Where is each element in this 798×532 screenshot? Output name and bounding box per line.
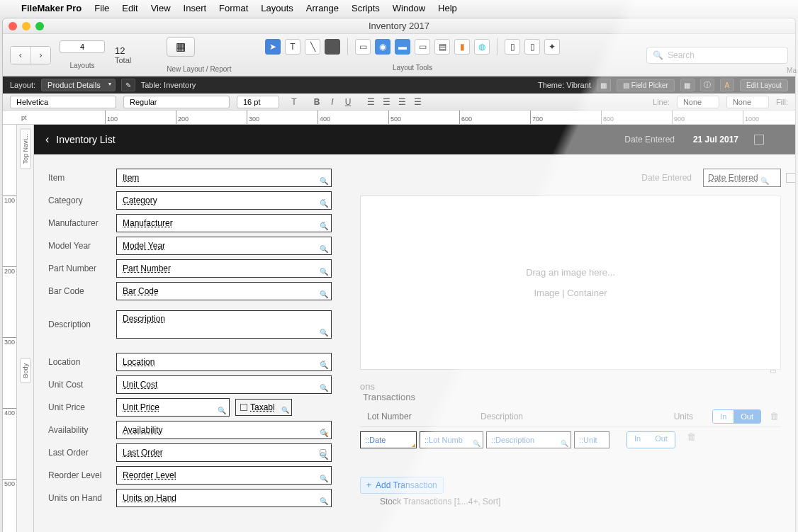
menu-insert[interactable]: Insert: [184, 3, 207, 13]
field-units-on-hand[interactable]: Units on Hand🔍: [116, 489, 332, 507]
section-tab-topnav[interactable]: Top Navi...: [20, 129, 31, 169]
weight-dropdown[interactable]: Regular: [123, 96, 230, 108]
maximize-button[interactable]: [35, 22, 44, 30]
app-name[interactable]: FileMaker Pro: [21, 3, 82, 13]
search-icon: 🔍: [218, 407, 226, 414]
menu-file[interactable]: File: [94, 3, 109, 13]
trans-unit-field[interactable]: ::Unit: [574, 431, 609, 448]
close-button[interactable]: [9, 22, 17, 30]
search-input[interactable]: 🔍 Search: [646, 47, 788, 64]
field-unit-price[interactable]: Unit Price🔍: [116, 398, 230, 417]
field-availability[interactable]: Availability🔍⌄▾: [116, 421, 332, 439]
layout-dropdown[interactable]: Product Details: [41, 79, 116, 91]
trans-desc-field[interactable]: ::Description🔍: [486, 431, 571, 448]
in-out-toggle[interactable]: In Out: [712, 409, 761, 424]
align-left-icon[interactable]: ☰: [363, 96, 378, 108]
menu-view[interactable]: View: [151, 3, 171, 13]
field-label: Availability: [48, 425, 116, 435]
field-item[interactable]: Item🔍: [116, 169, 332, 187]
row-out[interactable]: Out: [648, 432, 675, 448]
magic-tool-icon[interactable]: ✦: [544, 39, 560, 55]
section-tab-body[interactable]: Body: [20, 358, 31, 383]
portal-tool-icon[interactable]: ▤: [434, 39, 450, 55]
back-title[interactable]: Inventory List: [56, 134, 115, 145]
taxable-checkbox[interactable]: Taxabl🔍: [235, 399, 292, 416]
next-layout-button[interactable]: ›: [30, 47, 50, 64]
trans-date-field[interactable]: ::Date: [360, 431, 417, 448]
format-painter-icon[interactable]: ▯: [524, 39, 540, 55]
description-field[interactable]: Description 🔍: [116, 310, 332, 339]
ruler-tick-v: 200: [3, 266, 16, 275]
align-center-icon[interactable]: ☰: [378, 96, 394, 108]
field-category[interactable]: Category🔍⌄: [116, 191, 332, 210]
menu-edit[interactable]: Edit: [122, 3, 137, 13]
buttonbar-tool-icon[interactable]: ▬: [395, 39, 410, 55]
back-chevron-icon[interactable]: ‹: [45, 133, 49, 146]
pointer-tool-icon[interactable]: ➤: [265, 39, 281, 55]
edit-layout-button[interactable]: Edit Layout: [740, 79, 788, 91]
date-entered-field[interactable]: Date Entered 🔍: [703, 169, 781, 187]
field-bar-code[interactable]: Bar Code🔍: [116, 282, 332, 300]
new-layout-button[interactable]: ▦: [167, 37, 195, 57]
trans-lot-field[interactable]: ::Lot Numb🔍: [420, 431, 483, 448]
italic-icon[interactable]: I: [325, 96, 340, 108]
menu-format[interactable]: Format: [219, 3, 248, 13]
menu-scripts[interactable]: Scripts: [352, 3, 380, 13]
out-toggle[interactable]: Out: [734, 410, 760, 423]
aa-icon[interactable]: A: [720, 79, 734, 91]
menu-window[interactable]: Window: [393, 3, 425, 13]
row-in-out-toggle[interactable]: In Out: [626, 431, 675, 448]
resize-handle-icon[interactable]: ▭: [770, 367, 776, 375]
align-right-icon[interactable]: ☰: [394, 96, 410, 108]
chart-tool-icon[interactable]: ▮: [454, 39, 470, 55]
bold-icon[interactable]: B: [309, 96, 325, 108]
in-toggle[interactable]: In: [713, 410, 734, 423]
webviewer-tool-icon[interactable]: ◍: [474, 39, 490, 55]
calendar-icon: ▢: [319, 447, 327, 457]
layout-number[interactable]: 4: [60, 40, 105, 53]
field-model-year[interactable]: Model Year🔍: [116, 237, 332, 255]
prev-layout-button[interactable]: ‹: [11, 47, 30, 64]
image-container-field[interactable]: Drag an image here... Image | Container …: [360, 196, 781, 370]
field-manufacturer[interactable]: Manufacturer🔍⌄: [116, 214, 332, 232]
button-tool-icon[interactable]: ◉: [375, 39, 390, 55]
line-dropdown[interactable]: None: [677, 96, 719, 108]
field-picker-button[interactable]: ▤ Field Picker: [617, 79, 675, 91]
tab-tool-icon[interactable]: ▭: [415, 39, 430, 55]
layout-edit-icon[interactable]: ✎: [121, 79, 135, 91]
total-count: 12: [115, 45, 131, 56]
vertical-ruler: 100200300400500: [3, 125, 17, 532]
menu-help[interactable]: Help: [438, 3, 457, 13]
part-tool-icon[interactable]: ▯: [505, 39, 520, 55]
field-reorder-level[interactable]: Reorder Level🔍: [116, 466, 332, 485]
menu-layouts[interactable]: Layouts: [261, 3, 293, 13]
line-tool-icon[interactable]: ╲: [305, 39, 320, 55]
menu-arrange[interactable]: Arrange: [306, 3, 339, 13]
field-unit-cost[interactable]: Unit Cost🔍: [116, 375, 332, 394]
field-last-order[interactable]: Last Order🔍▢: [116, 443, 332, 462]
info-icon[interactable]: ⓘ: [700, 79, 714, 91]
row-in[interactable]: In: [627, 432, 648, 448]
trash-icon[interactable]: 🗑: [770, 411, 781, 422]
inspector-icon[interactable]: ▦: [680, 79, 695, 91]
rect-tool-icon[interactable]: [325, 39, 340, 55]
layout-canvas[interactable]: ‹ Inventory List Date Entered 21 Jul 201…: [34, 125, 795, 532]
field-location[interactable]: Location🔍⌄: [116, 353, 332, 371]
header-checkbox-icon[interactable]: [754, 135, 764, 145]
text-color-icon[interactable]: T: [286, 96, 302, 108]
col-units: Units: [644, 412, 700, 421]
align-justify-icon[interactable]: ☰: [410, 96, 425, 108]
underline-icon[interactable]: U: [340, 96, 356, 108]
field-tool-icon[interactable]: ▭: [355, 39, 371, 55]
transactions-header-row: Lot Number Description Units In Out 🗑: [360, 407, 781, 427]
font-dropdown[interactable]: Helvetica: [10, 96, 116, 108]
field-part-number[interactable]: Part Number🔍: [116, 259, 332, 278]
size-dropdown[interactable]: 16 pt: [237, 96, 279, 108]
row-trash-icon[interactable]: 🗑: [687, 431, 698, 443]
search-placeholder: Search: [668, 50, 695, 60]
add-transaction-button[interactable]: + Add Transaction: [360, 477, 444, 494]
minimize-button[interactable]: [22, 22, 30, 30]
theme-icon[interactable]: ▦: [597, 79, 611, 91]
line-style-dropdown[interactable]: None: [726, 96, 769, 108]
text-tool-icon[interactable]: T: [285, 39, 300, 55]
